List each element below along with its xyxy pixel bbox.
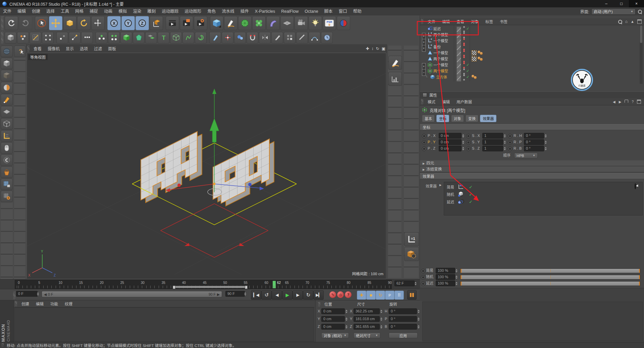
history-back-icon[interactable]: ◀	[613, 100, 615, 104]
menu-file[interactable]: 文件	[0, 7, 14, 15]
am-menu-edit[interactable]: 编辑	[439, 99, 453, 104]
py-keyframe-radio[interactable]	[422, 140, 426, 145]
play-button[interactable]: ▶	[282, 290, 292, 300]
render-settings-button[interactable]	[194, 16, 207, 30]
px-stepper[interactable]	[462, 133, 465, 139]
help-icon[interactable]: ?	[632, 100, 634, 104]
om-search-icon[interactable]	[618, 19, 622, 24]
history-forward-icon[interactable]: ▶	[619, 100, 622, 104]
panel-grip[interactable]	[421, 99, 423, 104]
keyframe-panel-button[interactable]	[407, 290, 417, 300]
size-y-field[interactable]: 181.018 cm	[354, 316, 380, 322]
object-row-delay[interactable]: 延迟 ✓	[421, 26, 640, 32]
rp-stepper[interactable]	[544, 139, 547, 145]
texture-tag-icon[interactable]	[472, 50, 477, 55]
mat-menu-texture[interactable]: 纹理	[61, 301, 76, 306]
delay-radio[interactable]	[421, 282, 425, 286]
sy-field[interactable]: 1	[482, 139, 503, 145]
grid-lock-icon[interactable]	[1, 179, 13, 190]
random-radio[interactable]	[421, 275, 425, 280]
mat-menu-create[interactable]: 创建	[18, 301, 33, 306]
mat-menu-function[interactable]: 功能	[47, 301, 61, 306]
om-scrollbar[interactable]	[640, 25, 643, 84]
redo-button[interactable]	[19, 16, 32, 30]
object-row-null[interactable]: + 一个模型	[421, 38, 640, 44]
spiral-tool-button[interactable]	[195, 32, 207, 44]
lock-icon[interactable]	[625, 100, 628, 103]
plain-radio[interactable]	[421, 269, 425, 273]
vp-menu-view[interactable]: 查看	[31, 46, 45, 51]
viewport-canvas[interactable]: Y X Z 网格间距 : 100 cm 等角视图	[26, 53, 386, 279]
mirror-tool-button[interactable]	[259, 32, 271, 44]
frame-stepper[interactable]	[414, 281, 417, 286]
brush-tool-button[interactable]	[209, 32, 221, 44]
green-cube-tool-button[interactable]	[120, 32, 132, 44]
vp-menu-camera[interactable]: 摄像机	[45, 46, 63, 51]
mat-menu-edit[interactable]: 编辑	[33, 301, 47, 306]
am-menu-mode[interactable]: 模式	[424, 99, 439, 104]
rotate-tool[interactable]	[77, 16, 91, 30]
attributes-header[interactable]: 属性	[420, 91, 644, 99]
panel-grip[interactable]	[318, 302, 320, 307]
pan-view-icon[interactable]: ✚	[366, 46, 369, 51]
rotation-order-dropdown[interactable]: HPB▼	[514, 153, 538, 158]
start-frame-stepper[interactable]	[36, 291, 39, 297]
psr-record-button[interactable]: PSR0	[323, 16, 336, 30]
previous-frame-button[interactable]: ◀	[272, 290, 282, 300]
up-level-icon[interactable]: ▲	[631, 19, 634, 23]
px-field[interactable]: 0 cm	[439, 133, 462, 139]
goto-start-button[interactable]: ▎◀	[251, 290, 261, 300]
paint-tool-button[interactable]	[234, 32, 246, 44]
key-rotation-button[interactable]: ↻	[376, 291, 385, 300]
model-mode-button[interactable]	[17, 32, 29, 44]
pz-stepper[interactable]	[462, 146, 465, 151]
mograph-tool-button[interactable]	[96, 32, 107, 44]
rp-field[interactable]: 0 °	[524, 139, 544, 145]
object-row-fracture[interactable]: 两个模型	[421, 56, 640, 62]
tag-list[interactable]	[472, 56, 483, 62]
points-mode-button[interactable]	[56, 32, 68, 44]
frame-range-slider[interactable]: ◀0 F 90 F▶	[42, 291, 222, 297]
pos-z-field[interactable]: 0 cm	[321, 324, 345, 330]
primitive-cube-button[interactable]	[210, 16, 223, 30]
maximize-view-icon[interactable]: ▣	[382, 46, 385, 51]
size-z-field[interactable]: 361.655 cm	[354, 324, 380, 330]
spline-pen-button[interactable]	[224, 16, 237, 30]
chart-bars-icon[interactable]	[388, 72, 402, 86]
menu-tools[interactable]: 工具	[58, 7, 72, 15]
texture-ball-icon[interactable]	[1, 82, 13, 93]
pz-field[interactable]: 0 cm	[439, 146, 462, 151]
search-icon[interactable]	[638, 9, 642, 14]
rb-keyframe-radio[interactable]	[508, 147, 512, 151]
spline-arc-tool-button[interactable]	[309, 32, 320, 44]
om-menu-view[interactable]: 查看	[453, 19, 468, 24]
simulation-sphere-icon[interactable]	[1, 154, 13, 166]
text-tool-button[interactable]: T	[158, 32, 169, 44]
camera-object-button[interactable]	[294, 16, 308, 30]
menu-pipeline[interactable]: 流水线	[219, 7, 237, 15]
goto-end-button[interactable]: ▶▎	[313, 290, 324, 300]
grid-gear-icon[interactable]	[1, 191, 13, 202]
menu-plugins[interactable]: 插件	[237, 7, 252, 15]
xparticles-sphere-button[interactable]	[337, 16, 350, 30]
cube-outline-icon[interactable]	[1, 118, 13, 130]
sx-keyframe-radio[interactable]	[466, 134, 471, 138]
py-stepper[interactable]	[462, 139, 465, 145]
object-row-cloner[interactable]: + 一个模型 ✓	[421, 62, 640, 68]
minimize-button[interactable]: –	[599, 0, 614, 7]
rot-p-field[interactable]: 0 °	[389, 316, 417, 322]
bend-deformer-button[interactable]	[266, 16, 280, 30]
menu-window[interactable]: 窗口	[336, 7, 350, 15]
menu-character[interactable]: 角色	[204, 7, 219, 15]
rh-stepper[interactable]	[544, 133, 547, 139]
om-menu-object[interactable]: 对象	[468, 19, 482, 24]
tag-list[interactable]	[472, 50, 483, 56]
menu-mograph[interactable]: 运动图形	[181, 7, 204, 15]
play-backward-button[interactable]: ↺	[261, 290, 272, 300]
end-frame-stepper[interactable]	[244, 291, 247, 297]
magnet-tool-button[interactable]	[247, 32, 258, 44]
om-menu-file[interactable]: 文件	[424, 19, 439, 24]
delay-strength-slider[interactable]	[460, 281, 640, 286]
key-position-button[interactable]: ✚	[357, 291, 366, 300]
tab-coordinates[interactable]: 坐标	[436, 115, 449, 122]
